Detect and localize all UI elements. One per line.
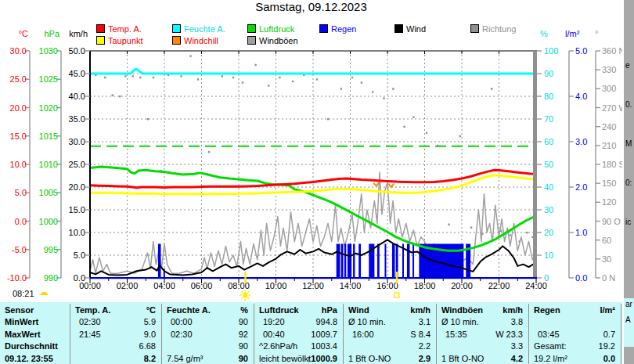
table-cell-value: 3.1: [348, 317, 430, 326]
table-column-unit: °C: [75, 305, 156, 315]
x-axis-label: 18:00: [414, 281, 436, 290]
table-cell-value: 8.2: [75, 354, 156, 363]
table-row-label: Durchschnitt: [5, 341, 69, 351]
wind-direction-point: [254, 64, 256, 66]
legend-swatch: [319, 24, 328, 33]
wind-direction-point: [403, 126, 405, 128]
axis-tick-label-rain: 5.0: [575, 46, 587, 56]
axis-tick-label-direction: 90 O: [602, 217, 621, 226]
table-column-unit: km/h: [348, 305, 430, 315]
table-cell-value: 2.9: [348, 354, 430, 363]
table-row-label: Sensor: [5, 305, 69, 315]
table-separator: [436, 304, 437, 364]
wind-direction-point: [327, 118, 329, 120]
table-row-label: MinWert: [5, 317, 69, 326]
wind-direction-point: [232, 77, 234, 78]
sun-icon: [243, 293, 248, 298]
table-cell-value: 90: [167, 341, 248, 351]
axis-tick-label-temp: 30.0: [10, 46, 27, 56]
table-cell-value: 1009.7: [259, 330, 337, 339]
axis-tick-label-rain: 4.0: [575, 92, 587, 101]
x-axis-label: 24:00: [525, 281, 547, 290]
axis-tick-label-temp: 20.0: [10, 103, 27, 113]
x-axis-label: 12:00: [302, 281, 324, 290]
unit-header: hPa: [33, 29, 59, 38]
page-title: Samstag, 09.12.2023: [0, 0, 622, 13]
wind-direction-point: [197, 78, 199, 80]
axis-tick-label-wind: 5.0: [74, 250, 85, 260]
wind-direction-point: [470, 227, 472, 229]
table-cell-value: 92: [167, 330, 248, 339]
axis-tick-label-direction: 300: [602, 84, 616, 93]
table-separator: [343, 304, 344, 364]
rain-baseline-axis: [89, 277, 537, 279]
legend-label: Luftdruck: [259, 24, 294, 34]
axis-tick-label-rain: 1.0: [575, 228, 587, 237]
table-cell-value: 90: [167, 354, 248, 363]
table-cell-value: 5.9: [75, 317, 156, 326]
unit-header: °: [595, 29, 598, 38]
wind-direction-point: [459, 135, 461, 137]
axis-tick-label-wind: 10.0: [69, 228, 85, 237]
axis-tick-label-wind: 50.0: [69, 46, 85, 56]
wind-direction-point: [180, 75, 182, 77]
rain-bar: [341, 244, 344, 279]
table-cell-value: 2.2: [348, 341, 430, 351]
table-row-label: 09.12. 23:55: [5, 354, 69, 363]
background-window-text-fragment: 0.: [625, 100, 632, 109]
axis-tick-label-direction: 270 W: [602, 103, 622, 113]
axis-tick-label-rain: 3.0: [575, 137, 587, 146]
background-window-text-fragment: 0:: [625, 178, 632, 187]
weather-app-window: Samstag, 09.12.2023 Temp. A.Feuchte A.Lu…: [0, 0, 634, 364]
table-column-unit: hPa: [259, 305, 337, 315]
legend-item-feuchte-a-: Feuchte A.: [172, 24, 225, 34]
plot-right-border: [533, 51, 537, 278]
legend-label: Wind: [406, 24, 426, 34]
axis-tick-label-direction: 360 N: [602, 46, 622, 56]
wind-direction-point: [112, 94, 113, 96]
x-axis-label: 10:00: [265, 281, 287, 290]
x-axis-label: 00:00: [79, 281, 101, 290]
unit-header: l/m²: [565, 29, 579, 38]
rain-bar: [384, 244, 386, 279]
table-cell-value: W 23.3: [441, 330, 523, 339]
sunset-icon: [394, 293, 399, 297]
table-column-unit: km/h: [441, 305, 523, 315]
wind-direction-point: [279, 77, 280, 78]
axis-tick-label-temp: -5.0: [12, 245, 27, 254]
wind-direction-point: [448, 224, 449, 225]
sunrise-weather-icon: ☁: [39, 287, 49, 297]
axis-tick-label-humidity: 30: [544, 205, 553, 214]
wind-direction-point: [510, 234, 511, 236]
legend-item-wind: Wind: [394, 24, 426, 34]
axis-tick-label-wind: 45.0: [69, 69, 85, 78]
axis-tick-label-humidity: 10: [544, 250, 553, 260]
axis-tick-label-wind: 25.0: [69, 160, 85, 169]
table-cell-value: 0.0: [534, 354, 615, 363]
series-windchill: [388, 184, 394, 187]
legend-item-luftdruck: Luftdruck: [247, 24, 294, 34]
weather-chart: 30.025.020.015.010.05.00.0-5.0-10.010301…: [0, 43, 622, 302]
axis-tick-label-pressure: 1005: [39, 188, 58, 197]
x-axis-label: 22:00: [488, 281, 510, 290]
axis-tick-label-wind: 35.0: [69, 114, 85, 124]
wind-direction-point: [208, 151, 210, 153]
wind-direction-point: [104, 77, 106, 78]
wind-direction-point: [316, 78, 318, 80]
axis-tick-label-direction: 60: [602, 236, 611, 245]
wind-direction-point: [242, 81, 243, 83]
axis-tick-label-rain: 0.0: [575, 273, 587, 283]
axis-tick-label-pressure: 995: [44, 245, 58, 254]
table-separator: [254, 304, 254, 364]
legend-swatch: [470, 24, 479, 33]
rain-bar: [392, 244, 395, 279]
wind-direction-point: [268, 85, 269, 86]
axis-tick-label-direction: 180 S: [602, 160, 622, 169]
legend-item-regen: Regen: [319, 24, 356, 34]
wind-direction-point: [132, 75, 134, 77]
axis-tick-label-direction: 210: [602, 141, 616, 150]
axis-tick-label-direction: 30: [602, 254, 611, 264]
sun-ray: [241, 297, 243, 299]
axis-tick-label-rain: 2.0: [575, 182, 587, 192]
table-cell-value: ↑1000.9: [259, 354, 337, 363]
